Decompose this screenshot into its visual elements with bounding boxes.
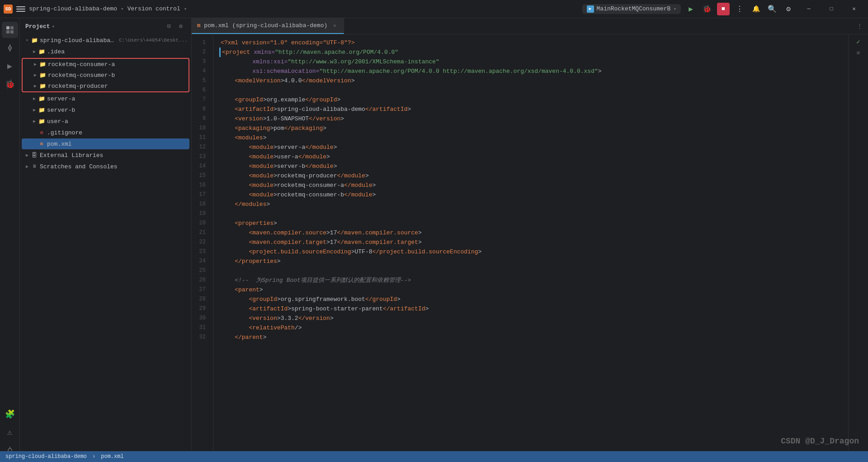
tree-server-b[interactable]: ▶ 📁 server-b: [22, 105, 189, 115]
line-number: 30: [192, 314, 209, 323]
gitignore-icon: ⊘: [38, 129, 45, 136]
line-number: 18: [192, 200, 209, 209]
tab-xml-icon: m: [197, 23, 200, 29]
gutter-check-icon: ✓: [856, 38, 860, 46]
gutter-m-icon: m: [854, 48, 863, 57]
run-config-icon: ▶: [587, 5, 594, 13]
settings-button[interactable]: ⚙: [782, 3, 795, 15]
line-number: 1: [192, 38, 209, 48]
project-dropdown-icon[interactable]: ▾: [121, 6, 124, 12]
line-number: 29: [192, 304, 209, 314]
activity-commit-icon[interactable]: [2, 40, 18, 56]
line-number: 31: [192, 323, 209, 333]
code-line: <version>1.0-SNAPSHOT</version>: [221, 114, 841, 124]
version-control-label[interactable]: Version control: [127, 5, 180, 12]
code-line: <modules>: [221, 133, 841, 143]
tree-root[interactable]: ▾ 📁 spring-cloud-alibaba-demo C:\Users\4…: [22, 35, 189, 46]
tree-rocketmq-consumer-b[interactable]: ▶ 📁 rocketmq-consumer-b: [23, 70, 189, 81]
code-line: <project.build.sourceEncoding>UTF-8</pro…: [221, 247, 841, 257]
activity-notifications-icon[interactable]: ⚠: [2, 424, 18, 440]
activity-project-icon[interactable]: [2, 22, 18, 38]
tab-close-button[interactable]: ✕: [331, 22, 338, 29]
line-number: 11: [192, 133, 209, 143]
tree-idea[interactable]: ▶ 📁 .idea: [22, 46, 189, 57]
hamburger-menu[interactable]: [16, 5, 25, 14]
line-number: 2: [192, 48, 209, 57]
panel-dropdown-icon[interactable]: ▾: [52, 24, 55, 29]
tab-pom-xml[interactable]: m pom.xml (spring-cloud-alibaba-demo) ✕: [192, 18, 344, 34]
activity-debug-icon[interactable]: 🐞: [2, 76, 18, 92]
project-name[interactable]: spring-cloud-alibaba-demo: [29, 5, 117, 12]
svg-rect-0: [6, 26, 9, 29]
tree-scratches[interactable]: ▶ ≡ Scratches and Consoles: [22, 161, 189, 172]
server-a-icon: 📁: [38, 95, 45, 102]
tree-server-a[interactable]: ▶ 📁 server-a: [22, 93, 189, 104]
root-label: spring-cloud-alibaba-demo: [40, 37, 116, 44]
minimize-button[interactable]: ─: [798, 3, 819, 15]
code-line: <artifactId>spring-cloud-alibaba-demo</a…: [221, 105, 841, 114]
tab-bar-actions: ⋮: [851, 21, 868, 31]
window-controls: ─ □ ✕: [798, 3, 864, 15]
panel-header: Project ▾ ⊟ ⚙: [20, 18, 191, 34]
code-line: <groupId>org.example</groupId>: [221, 95, 841, 105]
status-bar: spring-cloud-alibaba-demo › pom.xml: [192, 451, 868, 462]
tree-gitignore[interactable]: ⊘ .gitignore: [22, 127, 189, 138]
tree-external-libraries[interactable]: ▶ 🗄 External Libraries: [22, 150, 189, 161]
tab-more-button[interactable]: ⋮: [854, 21, 864, 31]
run-button[interactable]: ▶: [684, 3, 697, 15]
tree-rocketmq-producer[interactable]: ▶ 📁 rocketmq-producer: [23, 81, 189, 91]
search-button[interactable]: 🔍: [766, 3, 778, 15]
tab-label: pom.xml (spring-cloud-alibaba-demo): [204, 22, 327, 29]
line-number: 8: [192, 105, 209, 114]
run-config-selector[interactable]: ▶ MainRocketMQConsumerB ▾: [582, 4, 681, 14]
notifications-button[interactable]: 🔔: [750, 3, 762, 15]
root-folder-icon: 📁: [31, 37, 38, 44]
code-content[interactable]: <?xml version="1.0" encoding="UTF-8"?><p…: [213, 34, 848, 462]
debug-button[interactable]: 🐞: [701, 3, 713, 15]
user-a-arrow: ▶: [31, 118, 38, 125]
code-line: [221, 209, 841, 219]
producer-label: rocketmq-producer: [48, 83, 108, 90]
line-number: 32: [192, 333, 209, 342]
code-line: <?xml version="1.0" encoding="UTF-8"?>: [221, 38, 841, 48]
ext-lib-arrow: ▶: [24, 152, 31, 159]
scratches-icon: ≡: [31, 163, 38, 170]
code-line: <module>user-a</module>: [221, 152, 841, 162]
tree-pom-xml[interactable]: m pom.xml: [22, 138, 189, 149]
line-number: 28: [192, 295, 209, 304]
svg-rect-3: [10, 30, 14, 33]
line-number: 24: [192, 257, 209, 266]
code-line: <!-- 为Spring Boot项目提供一系列默认的配置和依赖管理-->: [221, 276, 841, 285]
title-bar-left: SD spring-cloud-alibaba-demo ▾ Version c…: [4, 3, 795, 15]
code-line: <version>3.3.2</version>: [221, 314, 841, 323]
version-control-icon[interactable]: ▾: [184, 6, 187, 12]
code-line: <artifactId>spring-boot-starter-parent</…: [221, 304, 841, 314]
more-options-button[interactable]: ⚙: [176, 21, 186, 31]
code-line: <modelVersion>4.0.0</modelVersion>: [221, 76, 841, 86]
root-path: C:\Users\44954\Deskt...: [119, 38, 188, 43]
code-line: <module>rocketmq-producer</module>: [221, 171, 841, 181]
collapse-all-button[interactable]: ⊟: [164, 21, 174, 31]
close-button[interactable]: ✕: [844, 3, 864, 15]
code-line: <maven.compiler.source>17</maven.compile…: [221, 228, 841, 238]
ext-lib-label: External Libraries: [40, 152, 103, 159]
line-number: 20: [192, 219, 209, 228]
restore-button[interactable]: □: [821, 3, 842, 15]
stop-button[interactable]: ■: [717, 3, 730, 15]
idea-folder-icon: 📁: [38, 48, 45, 55]
activity-run-icon[interactable]: ▶: [2, 58, 18, 74]
line-number: 25: [192, 266, 209, 276]
ext-lib-icon: 🗄: [31, 152, 38, 159]
line-number: 21: [192, 228, 209, 238]
activity-plugins-icon[interactable]: 🧩: [2, 406, 18, 422]
line-number: 16: [192, 181, 209, 190]
tree-rocketmq-consumer-a[interactable]: ▶ 📁 rocketmq-consumer-a: [23, 59, 189, 70]
tree-user-a[interactable]: ▶ 📁 user-a: [22, 116, 189, 127]
server-b-icon: 📁: [38, 106, 45, 114]
project-tree: ▾ 📁 spring-cloud-alibaba-demo C:\Users\4…: [20, 34, 191, 462]
more-actions-button[interactable]: ⋮: [733, 3, 746, 15]
activity-bar: ▶ 🐞 🧩 ⚠: [0, 18, 20, 462]
server-b-arrow: ▶: [31, 106, 38, 114]
server-a-arrow: ▶: [31, 95, 38, 102]
code-line: <relativePath/>: [221, 323, 841, 333]
